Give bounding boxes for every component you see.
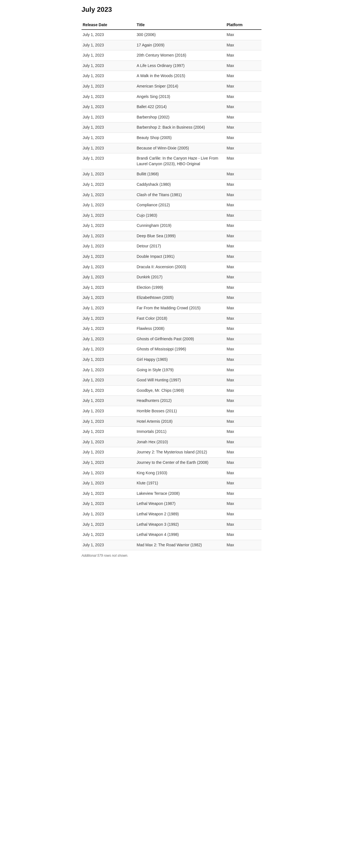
cell-date: July 1, 2023 — [81, 478, 136, 489]
cell-title: Fast Color (2018) — [136, 313, 226, 324]
cell-platform: Max — [226, 102, 262, 112]
cell-date: July 1, 2023 — [81, 324, 136, 334]
cell-date: July 1, 2023 — [81, 375, 136, 385]
cell-platform: Max — [226, 344, 262, 354]
cell-date: July 1, 2023 — [81, 102, 136, 112]
header-title: Title — [136, 20, 226, 30]
cell-title: Because of Winn-Dixie (2005) — [136, 143, 226, 153]
table-row: July 1, 2023Lethal Weapon 4 (1998)Max — [81, 530, 262, 540]
cell-platform: Max — [226, 61, 262, 71]
table-row: July 1, 2023Lethal Weapon 3 (1992)Max — [81, 519, 262, 530]
table-row: July 1, 2023Detour (2017)Max — [81, 241, 262, 252]
cell-platform: Max — [226, 499, 262, 509]
cell-date: July 1, 2023 — [81, 344, 136, 354]
cell-title: Going in Style (1979) — [136, 365, 226, 375]
cell-platform: Max — [226, 530, 262, 540]
cell-platform: Max — [226, 385, 262, 396]
cell-title: Lethal Weapon 4 (1998) — [136, 530, 226, 540]
table-row: July 1, 2023Ballet 422 (2014)Max — [81, 102, 262, 112]
table-row: July 1, 2023Far From the Madding Crowd (… — [81, 303, 262, 314]
table-row: July 1, 2023300 (2006)Max — [81, 30, 262, 40]
table-row: July 1, 202317 Again (2009)Max — [81, 40, 262, 51]
cell-platform: Max — [226, 51, 262, 61]
cell-title: Ghosts of Mississippi (1996) — [136, 344, 226, 354]
table-row: July 1, 2023Double Impact (1991)Max — [81, 252, 262, 262]
cell-title: Flawless (2008) — [136, 324, 226, 334]
cell-platform: Max — [226, 406, 262, 416]
table-row: July 1, 2023Clash of the Titans (1981)Ma… — [81, 190, 262, 200]
cell-date: July 1, 2023 — [81, 91, 136, 102]
cell-date: July 1, 2023 — [81, 530, 136, 540]
table-row: July 1, 2023Dracula II: Ascension (2003)… — [81, 262, 262, 272]
cell-date: July 1, 2023 — [81, 509, 136, 519]
cell-platform: Max — [226, 262, 262, 272]
cell-date: July 1, 2023 — [81, 282, 136, 293]
cell-title: Compliance (2012) — [136, 200, 226, 211]
cell-platform: Max — [226, 478, 262, 489]
cell-title: Hotel Artemis (2018) — [136, 416, 226, 427]
cell-date: July 1, 2023 — [81, 132, 136, 143]
cell-platform: Max — [226, 457, 262, 468]
table-row: July 1, 2023Ghosts of Girlfriends Past (… — [81, 334, 262, 344]
cell-title: Headhunters (2012) — [136, 396, 226, 406]
cell-title: Lakeview Terrace (2008) — [136, 488, 226, 499]
cell-platform: Max — [226, 365, 262, 375]
cell-title: Mad Max 2: The Road Warrior (1982) — [136, 540, 226, 550]
table-row: July 1, 2023Klute (1971)Max — [81, 478, 262, 489]
table-row: July 1, 2023Angels Sing (2013)Max — [81, 91, 262, 102]
cell-title: Election (1999) — [136, 282, 226, 293]
cell-date: July 1, 2023 — [81, 334, 136, 344]
cell-platform: Max — [226, 272, 262, 283]
cell-platform: Max — [226, 354, 262, 365]
cell-title: 300 (2006) — [136, 30, 226, 40]
cell-title: Deep Blue Sea (1999) — [136, 231, 226, 241]
cell-date: July 1, 2023 — [81, 499, 136, 509]
cell-date: July 1, 2023 — [81, 61, 136, 71]
cell-date: July 1, 2023 — [81, 71, 136, 81]
cell-date: July 1, 2023 — [81, 221, 136, 231]
cell-date: July 1, 2023 — [81, 354, 136, 365]
cell-date: July 1, 2023 — [81, 447, 136, 458]
cell-title: Cujo (1983) — [136, 210, 226, 221]
cell-platform: Max — [226, 334, 262, 344]
cell-platform: Max — [226, 210, 262, 221]
cell-date: July 1, 2023 — [81, 190, 136, 200]
table-row: July 1, 2023Good Will Hunting (1997)Max — [81, 375, 262, 385]
cell-platform: Max — [226, 540, 262, 550]
cell-date: July 1, 2023 — [81, 272, 136, 283]
cell-title: Bullitt (1968) — [136, 169, 226, 180]
table-row: July 1, 2023Compliance (2012)Max — [81, 200, 262, 211]
cell-platform: Max — [226, 221, 262, 231]
cell-title: American Sniper (2014) — [136, 81, 226, 91]
section-title: July 2023 — [81, 6, 262, 16]
table-row: July 1, 2023Bullitt (1968)Max — [81, 169, 262, 180]
cell-date: July 1, 2023 — [81, 169, 136, 180]
cell-date: July 1, 2023 — [81, 396, 136, 406]
cell-date: July 1, 2023 — [81, 293, 136, 303]
cell-platform: Max — [226, 190, 262, 200]
table-header-row: Release Date Title Platform — [81, 20, 262, 30]
cell-date: July 1, 2023 — [81, 468, 136, 478]
cell-date: July 1, 2023 — [81, 200, 136, 211]
cell-title: Lethal Weapon (1987) — [136, 499, 226, 509]
cell-title: Clash of the Titans (1981) — [136, 190, 226, 200]
cell-platform: Max — [226, 91, 262, 102]
table-row: July 1, 2023Election (1999)Max — [81, 282, 262, 293]
cell-platform: Max — [226, 509, 262, 519]
cell-date: July 1, 2023 — [81, 143, 136, 153]
table-row: July 1, 2023Lakeview Terrace (2008)Max — [81, 488, 262, 499]
cell-date: July 1, 2023 — [81, 51, 136, 61]
cell-platform: Max — [226, 468, 262, 478]
table-row: July 1, 2023A Life Less Ordinary (1997)M… — [81, 61, 262, 71]
table-row: July 1, 2023Journey to the Center of the… — [81, 457, 262, 468]
cell-title: Double Impact (1991) — [136, 252, 226, 262]
cell-platform: Max — [226, 447, 262, 458]
cell-platform: Max — [226, 200, 262, 211]
cell-title: Cunningham (2019) — [136, 221, 226, 231]
table-row: July 1, 2023Lethal Weapon (1987)Max — [81, 499, 262, 509]
cell-title: 20th Century Women (2016) — [136, 51, 226, 61]
cell-title: Goodbye, Mr. Chips (1969) — [136, 385, 226, 396]
cell-platform: Max — [226, 153, 262, 169]
cell-platform: Max — [226, 231, 262, 241]
cell-date: July 1, 2023 — [81, 231, 136, 241]
